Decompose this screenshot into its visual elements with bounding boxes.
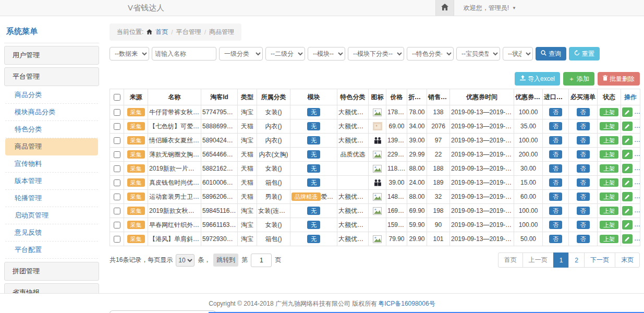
- home-button[interactable]: [435, 0, 454, 16]
- pager-button-2[interactable]: 2: [568, 252, 585, 268]
- level1-category-select[interactable]: 一级分类: [219, 47, 263, 61]
- must-buy-toggle-button[interactable]: 否: [577, 108, 590, 116]
- page-number-input[interactable]: [251, 254, 272, 267]
- column-header-模块: 模块: [290, 89, 337, 105]
- edit-button[interactable]: [622, 234, 633, 244]
- must-buy-toggle-button[interactable]: 否: [577, 192, 590, 201]
- module-select[interactable]: --模块--: [308, 47, 345, 61]
- status-button[interactable]: 上架: [600, 207, 618, 215]
- edit-button[interactable]: [622, 178, 633, 187]
- status-button[interactable]: 上架: [600, 136, 618, 145]
- user-menu[interactable]: 欢迎您，管理员! ▼: [464, 4, 516, 13]
- table-row: 采集2019新款女秋薄款...598451162391淘宝女装(连衣裙)无大额优…: [110, 204, 640, 218]
- sidebar-item-特色分类[interactable]: 特色分类: [5, 121, 98, 138]
- sidebar-group-省惠快报[interactable]: 省惠快报: [4, 283, 99, 293]
- import-toggle-button[interactable]: 否: [549, 150, 562, 159]
- edit-button[interactable]: [622, 122, 633, 131]
- sidebar-item-平台配置[interactable]: 平台配置: [5, 242, 98, 259]
- must-buy-toggle-button[interactable]: 否: [577, 150, 590, 159]
- import-toggle-button[interactable]: 否: [549, 207, 562, 215]
- select-all-checkbox[interactable]: [114, 94, 120, 101]
- import-toggle-button[interactable]: 否: [549, 235, 562, 243]
- import-toggle-button[interactable]: 否: [549, 122, 562, 130]
- status-button[interactable]: 上架: [600, 178, 618, 187]
- import-toggle-button[interactable]: 否: [549, 221, 562, 229]
- per-page-select[interactable]: 10: [176, 254, 195, 267]
- level2-category-select[interactable]: --二级分类--: [265, 47, 305, 61]
- sidebar-item-商品分类[interactable]: 商品分类: [5, 87, 98, 104]
- pager-button-下一页[interactable]: 下一页: [584, 252, 615, 268]
- data-source-select[interactable]: --数据来源--: [110, 47, 149, 61]
- edit-button[interactable]: [622, 150, 633, 159]
- sidebar-item-启动页管理[interactable]: 启动页管理: [5, 207, 98, 224]
- import-toggle-button[interactable]: 否: [549, 192, 562, 201]
- must-buy-toggle-button[interactable]: 否: [577, 235, 590, 243]
- beige-photo-thumbnail: [373, 122, 382, 129]
- batch-delete-button[interactable]: 批量删除: [598, 72, 640, 86]
- status-button[interactable]: 上架: [600, 122, 618, 130]
- must-buy-toggle-button[interactable]: 否: [577, 164, 590, 173]
- row-checkbox[interactable]: [114, 222, 120, 228]
- import-toggle-button[interactable]: 否: [549, 164, 562, 173]
- status-button[interactable]: 上架: [600, 235, 618, 243]
- status-button[interactable]: 上架: [600, 221, 618, 229]
- pager-button-首页[interactable]: 首页: [498, 252, 523, 268]
- sidebar-item-版本管理[interactable]: 版本管理: [5, 173, 98, 190]
- name-search-input[interactable]: [152, 47, 216, 61]
- edit-button[interactable]: [622, 220, 633, 230]
- import-excel-button[interactable]: 导入excel: [515, 72, 560, 86]
- edit-button[interactable]: [622, 192, 633, 201]
- sidebar-item-宣传物料[interactable]: 宣传物料: [5, 155, 98, 173]
- status-select[interactable]: --状态--: [503, 47, 533, 61]
- welcome-text: 欢迎您，管理员!: [464, 4, 509, 13]
- operations-cell: [621, 176, 640, 190]
- status-button[interactable]: 上架: [600, 150, 618, 159]
- edit-button[interactable]: [622, 206, 633, 215]
- import-toggle-button[interactable]: 否: [549, 108, 562, 116]
- row-checkbox[interactable]: [114, 151, 120, 158]
- edit-button[interactable]: [622, 136, 633, 145]
- row-checkbox[interactable]: [114, 194, 120, 200]
- coupon-amount-cell: 100.00: [514, 134, 543, 148]
- feature-category-select[interactable]: --特色分类--: [407, 47, 454, 61]
- reset-button[interactable]: 重置: [569, 47, 600, 61]
- row-checkbox[interactable]: [114, 123, 120, 130]
- must-buy-toggle-button[interactable]: 否: [577, 178, 590, 187]
- status-button[interactable]: 上架: [600, 192, 618, 201]
- add-button[interactable]: ＋ 添加: [563, 72, 594, 86]
- must-buy-toggle-button[interactable]: 否: [577, 122, 590, 130]
- item-type-select[interactable]: --宝贝类型--: [456, 47, 500, 61]
- sidebar-group-平台管理[interactable]: 平台管理: [4, 67, 99, 86]
- edit-button[interactable]: [622, 164, 633, 173]
- pager-button-1[interactable]: 1: [553, 252, 569, 268]
- sidebar-item-轮播管理[interactable]: 轮播管理: [5, 190, 98, 207]
- row-checkbox[interactable]: [114, 208, 120, 214]
- sidebar-item-意见反馈[interactable]: 意见反馈: [5, 224, 98, 242]
- must-buy-toggle-button[interactable]: 否: [577, 136, 590, 145]
- import-toggle-button[interactable]: 否: [549, 136, 562, 145]
- jump-button[interactable]: 跳转到: [213, 254, 238, 267]
- search-button[interactable]: 查询: [536, 47, 566, 61]
- status-button[interactable]: 上架: [600, 108, 618, 116]
- breadcrumb-home-link[interactable]: 首页: [155, 28, 168, 37]
- status-button[interactable]: 上架: [600, 164, 618, 173]
- import-toggle-button[interactable]: 否: [549, 178, 562, 187]
- sidebar-item-商品管理[interactable]: 商品管理: [5, 138, 98, 155]
- pager-button-上一页[interactable]: 上一页: [523, 252, 554, 268]
- row-checkbox[interactable]: [114, 165, 120, 172]
- module-cell: 无: [290, 176, 337, 190]
- must-buy-toggle-button[interactable]: 否: [577, 207, 590, 215]
- row-checkbox[interactable]: [114, 109, 120, 116]
- edit-button[interactable]: [622, 107, 633, 117]
- icp-link[interactable]: 粤ICP备16098006号: [378, 299, 435, 308]
- row-checkbox[interactable]: [114, 236, 120, 243]
- row-checkbox[interactable]: [114, 137, 120, 144]
- module-subcategory-select[interactable]: --模块下分类--: [348, 47, 404, 61]
- must-buy-toggle-button[interactable]: 否: [577, 221, 590, 229]
- pager-button-末页[interactable]: 末页: [615, 252, 640, 268]
- sidebar-group-拼团管理[interactable]: 拼团管理: [4, 262, 99, 281]
- import-select-cell: 否: [543, 148, 569, 162]
- row-checkbox[interactable]: [114, 179, 120, 186]
- sidebar-item-模块商品分类[interactable]: 模块商品分类: [5, 104, 98, 121]
- sidebar-group-用户管理[interactable]: 用户管理: [4, 46, 99, 65]
